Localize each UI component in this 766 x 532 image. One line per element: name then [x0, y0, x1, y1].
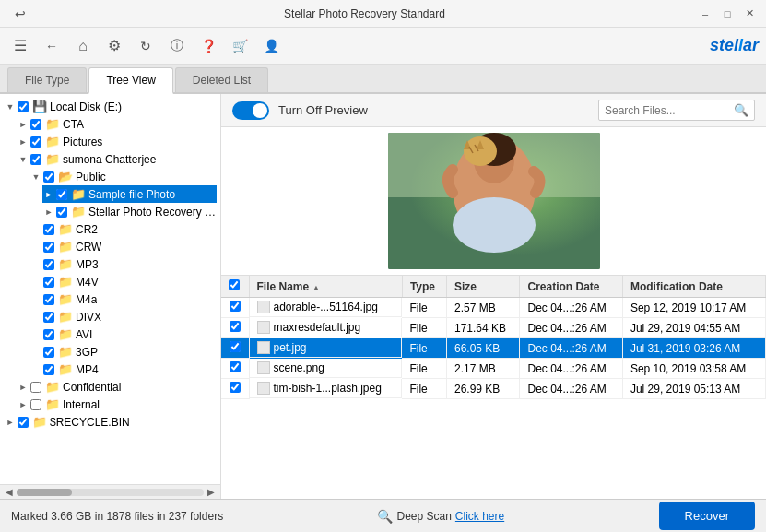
expand-icon[interactable]: ► [17, 136, 29, 148]
tree-label: Public [76, 171, 106, 183]
check-sumona[interactable] [29, 153, 42, 166]
expand-icon[interactable]: ► [17, 398, 29, 411]
expand-icon[interactable]: ▼ [4, 100, 17, 113]
check-m4a[interactable] [42, 293, 55, 306]
row-check-cell[interactable] [221, 359, 249, 379]
expand-icon[interactable]: ► [42, 188, 55, 201]
tab-tree-view[interactable]: Tree View [88, 67, 172, 94]
back-nav-icon[interactable]: ← [39, 33, 65, 59]
tree-item-avi[interactable]: ► 📁 AVI [29, 325, 217, 343]
search-box[interactable]: 🔍 [598, 100, 755, 121]
expand-icon[interactable]: ► [17, 118, 29, 131]
file-table[interactable]: File Name ▲ Type Size Creation Date Modi… [221, 275, 766, 499]
check-crw[interactable] [42, 241, 55, 254]
th-created[interactable]: Creation Date [520, 276, 622, 298]
tree-children-root: ► 📁 CTA ► 📁 Pictures ▼ 📁 sumona Chatter [4, 115, 217, 413]
tree-item-cr2[interactable]: ► 📁 CR2 [29, 220, 217, 238]
th-modified[interactable]: Modification Date [622, 276, 765, 298]
expand-icon[interactable]: ▼ [29, 171, 42, 183]
tab-file-type[interactable]: File Type [7, 67, 87, 92]
tree-item-recycle[interactable]: ► 📁 $RECYCLE.BIN [4, 413, 217, 431]
tree-item-sample-file-photo[interactable]: ► 📁 Sample file Photo [42, 185, 217, 203]
tree-item-pictures[interactable]: ► 📁 Pictures [17, 133, 217, 150]
row-checkbox[interactable] [230, 341, 241, 352]
select-all-checkbox[interactable] [229, 279, 240, 290]
back-icon[interactable]: ↩ [7, 1, 33, 27]
preview-toggle[interactable] [232, 101, 269, 120]
close-button[interactable]: ✕ [740, 5, 759, 23]
menu-icon[interactable]: ☰ [7, 33, 33, 59]
check-pictures[interactable] [29, 136, 42, 148]
settings-icon[interactable]: ⚙ [101, 33, 127, 59]
check-cr2[interactable] [42, 223, 55, 236]
tree-item-local-disk[interactable]: ▼ 💾 Local Disk (E:) [4, 98, 217, 115]
table-row[interactable]: scene.png File 2.17 MB Dec 04...:26 AM S… [221, 359, 766, 379]
check-local-disk[interactable] [17, 100, 29, 113]
tree-item-mp4[interactable]: ► 📁 MP4 [29, 361, 217, 378]
row-check-cell[interactable] [221, 318, 249, 338]
tree-scroll[interactable]: ▼ 💾 Local Disk (E:) ► 📁 CTA ► 📁 Pictures [0, 94, 220, 484]
expand-icon[interactable]: ► [42, 206, 55, 219]
check-mp3[interactable] [42, 258, 55, 271]
check-avi[interactable] [42, 328, 55, 341]
history-icon[interactable]: ↻ [133, 33, 159, 59]
row-checkbox[interactable] [230, 321, 241, 332]
maximize-button[interactable]: □ [718, 5, 737, 23]
tree-item-sumona[interactable]: ▼ 📁 sumona Chatterjee [17, 150, 217, 168]
expand-icon[interactable]: ▼ [17, 153, 29, 166]
row-checkbox[interactable] [230, 382, 241, 393]
table-row[interactable]: pet.jpg File 66.05 KB Dec 04...:26 AM Ju… [221, 338, 766, 359]
row-checkbox[interactable] [230, 301, 241, 312]
tree-item-3gp[interactable]: ► 📁 3GP [29, 343, 217, 361]
tree-item-m4v[interactable]: ► 📁 M4V [29, 273, 217, 290]
tree-item-crw[interactable]: ► 📁 CRW [29, 238, 217, 255]
tree-item-cta[interactable]: ► 📁 CTA [17, 115, 217, 133]
check-m4v[interactable] [42, 276, 55, 289]
check-cta[interactable] [29, 118, 42, 131]
file-thumb [257, 321, 270, 334]
recover-button[interactable]: Recover [659, 502, 755, 530]
tree-item-divx[interactable]: ► 📁 DIVX [29, 308, 217, 325]
minimize-button[interactable]: – [696, 5, 714, 23]
search-input[interactable] [605, 104, 734, 117]
home-icon[interactable]: ⌂ [70, 33, 96, 59]
user-icon[interactable]: 👤 [258, 33, 284, 59]
tree-label: Sample file Photo [88, 188, 175, 201]
check-sample[interactable] [55, 188, 68, 201]
check-mp4[interactable] [42, 363, 55, 376]
tree-item-public[interactable]: ▼ 📂 Public [29, 168, 217, 185]
tab-deleted-list[interactable]: Deleted List [175, 67, 268, 92]
table-row[interactable]: maxresdefault.jpg File 171.64 KB Dec 04.… [221, 318, 766, 338]
info-icon[interactable]: ⓘ [164, 33, 190, 59]
check-stellar[interactable] [55, 206, 68, 219]
check-internal[interactable] [29, 398, 42, 411]
check-3gp[interactable] [42, 346, 55, 359]
row-check-cell[interactable] [221, 379, 249, 399]
check-divx[interactable] [42, 311, 55, 324]
row-checkbox[interactable] [230, 361, 241, 372]
tree-item-m4a[interactable]: ► 📁 M4a [29, 290, 217, 308]
row-check-cell[interactable] [221, 298, 249, 318]
check-recycle[interactable] [17, 416, 29, 429]
th-type[interactable]: Type [402, 276, 446, 298]
scroll-left-button[interactable]: ◀ [2, 485, 17, 500]
th-size[interactable]: Size [446, 276, 520, 298]
row-check-cell[interactable] [221, 338, 249, 359]
scrollbar-thumb[interactable] [17, 489, 72, 496]
tree-item-confidential[interactable]: ► 📁 Confidential [17, 378, 217, 396]
check-public[interactable] [42, 171, 55, 183]
th-name[interactable]: File Name ▲ [249, 276, 402, 298]
check-confidential[interactable] [29, 381, 42, 394]
expand-icon[interactable]: ► [4, 416, 17, 429]
table-row[interactable]: tim-bish-1...plash.jpeg File 26.99 KB De… [221, 379, 766, 399]
table-row[interactable]: adorable-...51164.jpg File 2.57 MB Dec 0… [221, 298, 766, 318]
tree-item-mp3[interactable]: ► 📁 MP3 [29, 255, 217, 273]
deep-scan-link[interactable]: Click here [455, 510, 504, 523]
scroll-right-button[interactable]: ▶ [204, 485, 218, 500]
help-icon[interactable]: ❓ [195, 33, 221, 59]
cart-icon[interactable]: 🛒 [227, 33, 253, 59]
tree-horizontal-scrollbar[interactable]: ◀ ▶ [0, 484, 220, 499]
expand-icon[interactable]: ► [17, 381, 29, 394]
tree-item-internal[interactable]: ► 📁 Internal [17, 396, 217, 413]
tree-item-stellar-photo[interactable]: ► 📁 Stellar Photo Recovery V10 [42, 203, 217, 220]
